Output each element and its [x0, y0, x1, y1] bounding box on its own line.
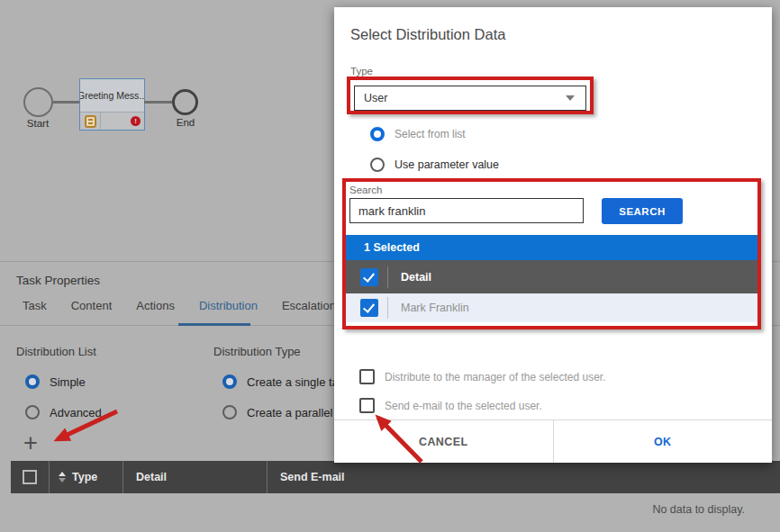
connector-line [52, 101, 80, 104]
radio-unselected-icon [25, 405, 40, 419]
panel-tabs: Task Content Actions Distribution Escala… [23, 299, 358, 312]
add-distribution-button[interactable]: + [23, 431, 38, 455]
radio-select-from-list-label: Select from list [395, 128, 466, 140]
error-badge-icon: ! [131, 116, 141, 126]
column-detail[interactable]: Detail [123, 461, 268, 493]
search-input[interactable] [349, 198, 584, 223]
panel-title: Task Properties [16, 274, 100, 287]
distribution-type-title: Distribution Type [213, 345, 301, 358]
radio-use-parameter[interactable]: Use parameter value [370, 158, 499, 172]
checkbox-checked-icon[interactable] [360, 299, 378, 317]
active-tab-indicator [178, 323, 250, 326]
chevron-down-icon [566, 95, 575, 101]
column-send-email[interactable]: Send E-mail [268, 461, 780, 493]
dialog-footer: CANCEL OK [334, 419, 772, 463]
start-node-label: Start [16, 118, 59, 129]
send-email-label: Send e-mail to the selected user. [385, 400, 542, 412]
radio-use-parameter-label: Use parameter value [395, 158, 499, 171]
checkbox-checked-icon[interactable] [360, 268, 378, 286]
checkbox-unchecked-icon[interactable] [359, 398, 375, 413]
tab-distribution[interactable]: Distribution [199, 299, 258, 312]
end-node-label: End [168, 117, 204, 128]
result-row-mark-franklin[interactable]: Mark Franklin [346, 293, 757, 322]
radio-unselected-icon [222, 405, 237, 419]
type-dropdown-value: User [364, 92, 387, 104]
task-node-greeting[interactable]: Greeting Mess... ! [79, 78, 145, 131]
column-type-label: Type [72, 471, 97, 483]
column-detail-label: Detail [136, 471, 167, 483]
radio-selected-icon [25, 374, 40, 389]
column-separator [387, 297, 388, 319]
tab-content[interactable]: Content [71, 299, 113, 312]
radio-single-task[interactable]: Create a single task [222, 374, 350, 389]
ok-button[interactable]: OK [554, 420, 773, 463]
search-label: Search [349, 185, 382, 195]
type-label: Type [350, 66, 373, 77]
selected-count-bar: 1 Selected [346, 235, 757, 260]
tab-task[interactable]: Task [23, 299, 47, 312]
sort-icon[interactable] [59, 472, 66, 482]
cancel-button[interactable]: CANCEL [334, 420, 554, 463]
send-email-option[interactable]: Send e-mail to the selected user. [359, 398, 542, 413]
connector-line [144, 101, 173, 104]
distribute-to-manager-label: Distribute to the manager of the selecte… [385, 371, 605, 383]
results-header-label: Detail [401, 271, 431, 284]
checkbox-unchecked-icon[interactable] [23, 470, 37, 484]
end-node[interactable] [172, 89, 198, 115]
radio-select-from-list[interactable]: Select from list [370, 127, 466, 141]
task-node-title: Greeting Mess... [80, 79, 144, 113]
column-type[interactable]: Type [50, 461, 123, 493]
distribution-list-title: Distribution List [16, 345, 96, 358]
start-node[interactable] [23, 87, 53, 117]
radio-simple[interactable]: Simple [25, 374, 86, 389]
results-header-row[interactable]: Detail [346, 260, 757, 293]
radio-selected-icon [370, 127, 385, 141]
tab-actions[interactable]: Actions [136, 299, 175, 312]
task-icon-cell [80, 113, 101, 130]
distribute-to-manager-option[interactable]: Distribute to the manager of the selecte… [359, 369, 605, 384]
select-distribution-data-dialog: Select Distribution Data Type User Selec… [334, 7, 772, 463]
empty-table-message: No data to display. [652, 503, 745, 516]
type-dropdown[interactable]: User [354, 86, 586, 111]
radio-advanced-label: Advanced [50, 406, 102, 419]
result-row-label: Mark Franklin [401, 302, 469, 314]
checkbox-unchecked-icon[interactable] [359, 369, 375, 384]
radio-selected-icon [222, 374, 237, 389]
select-all-cell[interactable] [11, 461, 50, 493]
task-node-strip: ! [80, 113, 144, 130]
radio-simple-label: Simple [50, 375, 86, 389]
column-separator [387, 266, 388, 288]
search-button[interactable]: SEARCH [602, 198, 683, 224]
clipboard-icon [85, 115, 96, 128]
radio-advanced[interactable]: Advanced [25, 405, 102, 419]
dialog-title: Select Distribution Data [350, 26, 505, 43]
column-send-email-label: Send E-mail [280, 471, 345, 483]
radio-unselected-icon [370, 158, 385, 172]
distribution-table-header: Type Detail Send E-mail [11, 461, 780, 493]
